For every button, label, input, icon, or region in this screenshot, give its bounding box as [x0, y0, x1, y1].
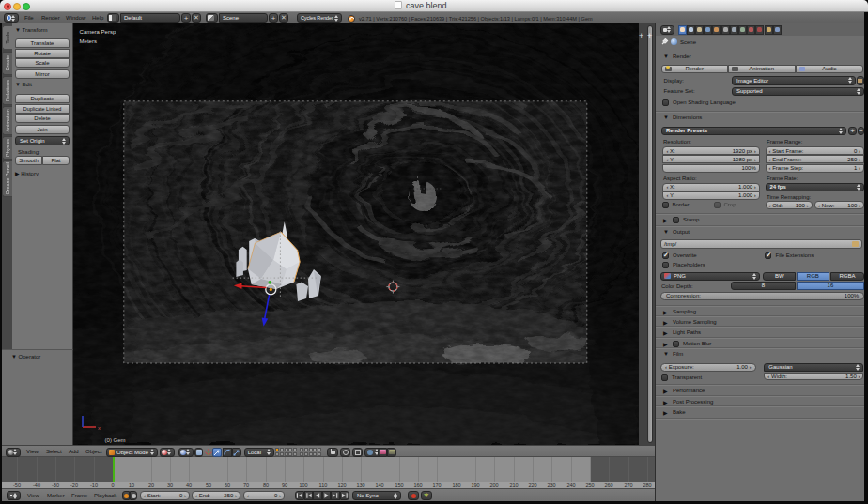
svg-text:(0) Gem: (0) Gem — [105, 437, 126, 443]
svg-text:Camera Persp: Camera Persp — [80, 29, 116, 35]
svg-text:Meters: Meters — [80, 38, 97, 44]
svg-text:x: x — [98, 425, 101, 431]
